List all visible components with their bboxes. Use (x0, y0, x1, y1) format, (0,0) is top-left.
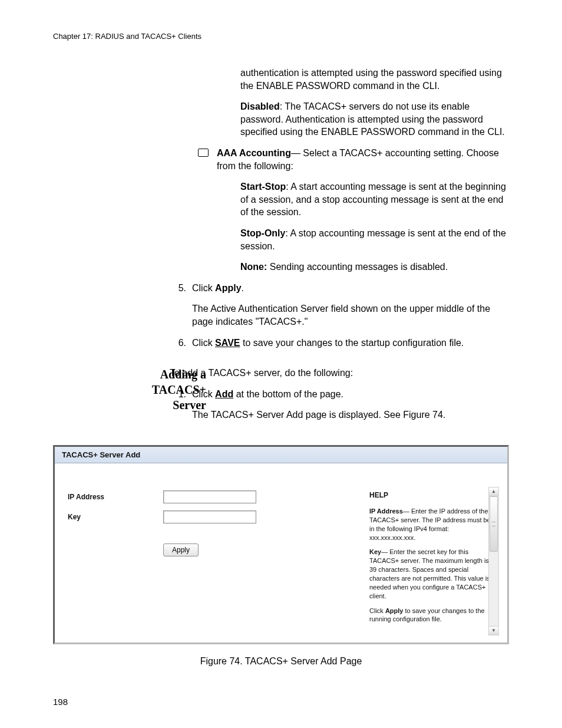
help-text: IP Address— Enter the IP address of the … (369, 507, 493, 542)
option-text: Sending accounting messages is disabled. (267, 262, 448, 272)
help-panel: HELP IP Address— Enter the IP address of… (369, 490, 497, 624)
scroll-down-icon[interactable]: ▼ (489, 626, 498, 635)
scrollbar[interactable]: ▲ ▼ (488, 487, 499, 635)
option-label-stoponly: Stop-Only (240, 228, 285, 238)
option-label-disabled: Disabled (240, 101, 280, 111)
paragraph: Start-Stop: A start accounting message i… (240, 180, 509, 219)
apply-keyword: Apply (215, 283, 241, 293)
screenshot-panel: TACACS+ Server Add IP Address Key Apply (53, 445, 509, 644)
text: Click (192, 338, 215, 348)
step-text: Click SAVE to save your changes to the s… (192, 337, 509, 350)
help-text: Key— Enter the secret key for this TACAC… (369, 548, 493, 600)
paragraph: Disabled: The TACACS+ servers do not use… (240, 100, 509, 139)
text: . (242, 283, 244, 293)
scroll-up-icon[interactable]: ▲ (489, 487, 498, 496)
help-text: Click Apply to save your changes to the … (369, 607, 493, 624)
step-number: 6. (170, 337, 186, 350)
step-text: Click Apply. (192, 282, 509, 295)
text: at the bottom of the page. (233, 389, 343, 399)
text: — Enter the secret key for this TACACS+ … (369, 548, 490, 599)
option-label-none: None: (240, 262, 267, 272)
help-ip-label: IP Address (369, 508, 403, 515)
help-heading: HELP (369, 490, 493, 500)
paragraph: The Active Authentication Server field s… (192, 302, 509, 328)
step-text: Click Add at the bottom of the page. (192, 388, 509, 401)
paragraph: The TACACS+ Server Add page is displayed… (192, 409, 509, 421)
apply-button[interactable]: Apply (163, 543, 199, 556)
dialog-title: TACACS+ Server Add (55, 447, 507, 463)
add-link[interactable]: Add (215, 389, 233, 399)
scroll-thumb[interactable] (490, 496, 498, 552)
step-number: 5. (170, 282, 186, 295)
option-label-aaa: AAA Accounting (217, 148, 291, 158)
key-input[interactable] (163, 510, 256, 523)
text: to save your changes to the startup conf… (240, 338, 464, 348)
paragraph: authentication is attempted using the pa… (240, 67, 509, 92)
section-heading: Adding a TACACS+ Server (103, 367, 206, 413)
text: Click (369, 607, 385, 614)
heading-line: TACACS+ (152, 383, 206, 396)
heading-line: Server (173, 398, 206, 411)
key-label: Key (68, 513, 163, 521)
paragraph: To add a TACACS+ server, do the followin… (170, 367, 509, 380)
chapter-header: Chapter 17: RADIUS and TACACS+ Clients (53, 32, 509, 41)
ip-address-label: IP Address (68, 493, 163, 501)
paragraph: Stop-Only: A stop accounting message is … (240, 227, 509, 252)
ip-address-input[interactable] (163, 490, 256, 503)
figure-caption: Figure 74. TACACS+ Server Add Page (53, 656, 509, 667)
save-link[interactable]: SAVE (215, 338, 240, 348)
text: Click (192, 283, 215, 293)
option-label-startstop: Start-Stop (240, 182, 286, 192)
paragraph: None: Sending accounting messages is dis… (240, 261, 509, 274)
bullet-icon (198, 149, 209, 157)
help-apply-label: Apply (385, 607, 404, 614)
option-text: : The TACACS+ servers do not use its ena… (240, 101, 505, 137)
page-number: 198 (53, 697, 68, 707)
help-key-label: Key (369, 548, 381, 555)
bullet-text: AAA Accounting— Select a TACACS+ account… (217, 147, 509, 172)
heading-line: Adding a (160, 368, 206, 381)
